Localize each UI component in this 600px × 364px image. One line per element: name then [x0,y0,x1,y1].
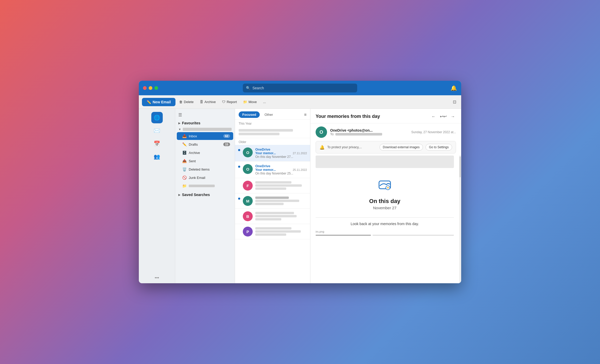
scrollbar-thumb[interactable] [316,235,371,236]
expand-button[interactable]: ⊡ [451,98,458,106]
close-button[interactable] [143,86,147,90]
unread-dot-0 [238,149,240,151]
download-images-button[interactable]: Download external images [380,144,423,151]
nav-item-deleted[interactable]: 🗑️ Deleted Items [177,165,233,173]
email-list: Focused Other ≡ This Year Older O OneDri… [235,109,310,283]
shield-icon: 🛡 [222,100,225,104]
archive-label: Archive [189,151,230,155]
move-button[interactable]: 📁 Move [240,98,259,105]
detail-date: Sunday, 27 November 2022 at... [411,130,456,134]
minimize-button[interactable] [149,86,152,90]
avatar-2: F [243,181,253,191]
detail-sender-row: O OneDrive <photos@on... To: Sunday, 27 … [310,123,461,141]
sidebar-icon-calendar[interactable]: 📅 [151,138,163,149]
email-item-3[interactable]: M [235,193,310,209]
bell-icon: 🔔 [319,145,325,150]
unread-dot-5 [238,228,240,230]
main-content: 🌐 ✉️ 📅 👥 ••• ☰ ▶ Favourites ▼ 📥 Inb [139,109,461,283]
avatar-3: M [243,196,253,206]
search-icon: 🔍 [246,86,250,90]
email-subject-1: Your memor... [255,168,291,172]
sidebar-icon-globe[interactable]: 🌐 [151,112,163,123]
detail-to-address [335,133,382,136]
email-item-0[interactable]: O OneDrive Your memor... 27.11.2022 On t… [235,145,310,161]
saved-searches-chevron-icon: ▶ [178,193,180,197]
archive-folder-icon: 🗄️ [182,151,187,155]
nav-item-drafts[interactable]: ✏️ Drafts 15 [177,140,233,148]
nav-item-inbox[interactable]: 📥 Inbox 62 [177,132,233,140]
email-body-3 [255,196,307,206]
forward-button[interactable]: → [450,113,456,120]
nav-item-sent[interactable]: 📤 Sent [177,157,233,165]
sidebar-icon-mail[interactable]: ✉️ [151,125,163,136]
detail-scroll-area[interactable]: ★ On this day November 27 Look back at y… [310,156,459,283]
email-body-2 [255,181,307,190]
onedrive-icon-wrapper: ★ [378,178,392,195]
email-item-thisyear[interactable] [235,126,310,138]
deleted-icon: 🗑️ [182,167,187,171]
favourites-section[interactable]: ▶ Favourites [175,119,235,127]
email-item-2[interactable]: F [235,178,310,193]
filter-icon[interactable]: ≡ [304,112,306,117]
unread-dot-3 [238,198,240,200]
onthisday-title: On this day [369,198,400,205]
older-label: Older [235,138,310,145]
horizontal-scrollbar[interactable]: irs.png [316,227,454,233]
saved-searches-section[interactable]: ▶ Saved Searches [175,190,235,198]
detail-content-wrapper: ★ On this day November 27 Look back at y… [310,156,461,283]
nav-item-extra[interactable]: 📁 [177,182,233,190]
hamburger-menu-button[interactable]: ☰ [178,112,182,117]
sidebar-icon-people[interactable]: 👥 [151,151,163,162]
junk-icon: 🚫 [182,176,187,180]
sidebar-more-button[interactable]: ••• [155,275,159,280]
vertical-scrollbar[interactable] [459,156,461,283]
nav-panel: ☰ ▶ Favourites ▼ 📥 Inbox 62 ✏️ Drafts 15 [175,109,235,283]
tab-focused[interactable]: Focused [239,111,260,118]
privacy-banner: 🔔 To protect your privacy,... Download e… [316,141,456,153]
search-bar[interactable]: 🔍 Search [243,84,357,92]
favourites-label: Favourites [182,121,200,125]
tab-other[interactable]: Other [261,111,277,118]
divider [316,217,454,218]
go-to-settings-button[interactable]: Go to Settings [426,144,452,151]
traffic-lights [143,86,158,90]
account-row: ▼ [175,127,235,132]
drafts-icon: ✏️ [182,142,187,146]
email-item-4[interactable]: B [235,209,310,224]
privacy-text: To protect your privacy,... [327,145,377,149]
report-button[interactable]: 🛡 Report [219,98,239,105]
extra-folder-label [189,185,215,187]
unread-dot-4 [238,213,240,215]
maximize-button[interactable] [154,86,158,90]
delete-icon: 🗑 [179,100,182,104]
email-body-5 [255,227,307,236]
archive-button[interactable]: 🗄 Archive [197,98,218,105]
sent-icon: 📤 [182,159,187,163]
to-label: To: [330,132,334,136]
email-tabs: Focused Other ≡ [235,109,310,120]
nav-item-archive[interactable]: 🗄️ Archive [177,149,233,157]
detail-title: Your memories from this day [316,114,380,119]
junk-label: Junk Email [189,176,230,180]
extra-folder-icon: 📁 [182,184,187,188]
avatar-1: O [243,164,253,174]
bottom-url: irs.png [316,230,324,233]
detail-avatar: O [316,126,327,138]
email-item-1[interactable]: O OneDrive Your memor... 25.11.2022 On t… [235,161,310,178]
scrollbar-track [373,235,454,236]
delete-button[interactable]: 🗑 Delete [177,98,196,105]
detail-to-row: To: [330,132,408,136]
back-button[interactable]: ← [431,113,437,120]
reply-all-button[interactable]: ↩↩ [439,113,448,120]
email-item-5[interactable]: P [235,224,310,239]
more-button[interactable]: ... [260,98,269,105]
nav-item-junk[interactable]: 🚫 Junk Email [177,174,233,181]
new-email-button[interactable]: ✏️ New Email [142,98,175,106]
vertical-scroll-thumb[interactable] [460,157,461,177]
deleted-label: Deleted Items [189,167,230,171]
email-date-0: 27.11.2022 [293,152,307,155]
notification-icon[interactable]: 🔔 [451,85,457,91]
onedrive-memory-icon: ★ [378,178,392,195]
saved-searches-label: Saved Searches [182,193,210,197]
detail-body: ★ On this day November 27 Look back at y… [310,156,459,283]
